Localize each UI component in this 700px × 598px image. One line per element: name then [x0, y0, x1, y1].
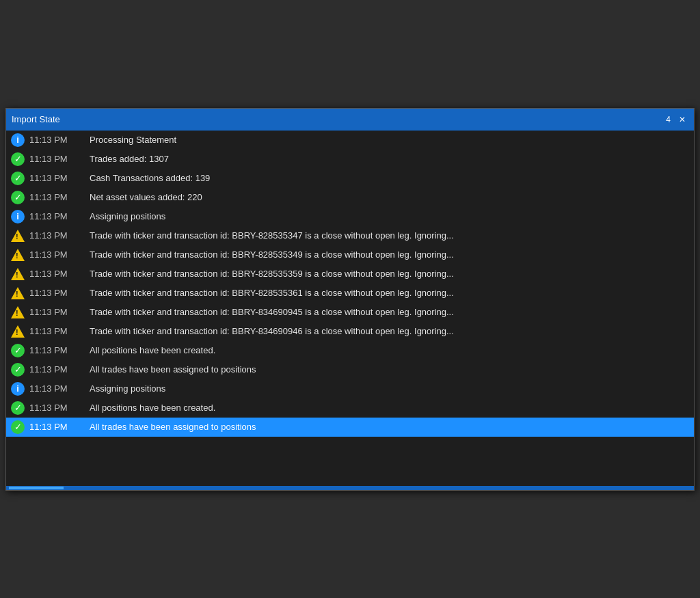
log-row[interactable]: 11:13 PM Trade with ticker and transacti…	[6, 284, 694, 303]
bottom-bar	[6, 486, 694, 490]
log-message: Net asset values added: 220	[90, 192, 202, 202]
success-icon: ✓	[10, 343, 25, 358]
info-icon: i	[10, 381, 25, 396]
title-bar: Import State 4 ✕	[6, 109, 694, 131]
log-message: Assigning positions	[90, 211, 165, 221]
info-icon: i	[10, 209, 25, 224]
log-timestamp: 11:13 PM	[29, 345, 84, 355]
log-timestamp: 11:13 PM	[29, 192, 84, 202]
log-timestamp: 11:13 PM	[29, 173, 84, 183]
log-row[interactable]: ✓ 11:13 PM All positions have been creat…	[6, 341, 694, 360]
success-icon: ✓	[10, 420, 25, 435]
warning-icon	[10, 228, 25, 243]
log-timestamp: 11:13 PM	[29, 135, 84, 145]
log-row[interactable]: 11:13 PM Trade with ticker and transacti…	[6, 264, 694, 284]
log-message: Assigning positions	[90, 383, 165, 394]
log-message: Trade with ticker and transaction id: BB…	[90, 269, 454, 279]
log-row[interactable]: 11:13 PM Trade with ticker and transacti…	[6, 245, 694, 264]
warning-icon	[10, 247, 25, 262]
log-row[interactable]: i 11:13 PM Assigning positions	[6, 207, 694, 226]
info-icon: i	[10, 133, 25, 148]
log-message: Trade with ticker and transaction id: BB…	[90, 326, 454, 336]
log-timestamp: 11:13 PM	[29, 383, 84, 394]
log-timestamp: 11:13 PM	[29, 288, 84, 298]
log-timestamp: 11:13 PM	[29, 403, 84, 413]
log-timestamp: 11:13 PM	[29, 249, 84, 260]
log-message: Cash Transactions added: 139	[90, 173, 210, 183]
log-row[interactable]: 11:13 PM Trade with ticker and transacti…	[6, 226, 694, 245]
warning-icon	[10, 305, 25, 320]
log-message: All positions have been created.	[90, 345, 215, 355]
log-row[interactable]: i 11:13 PM Processing Statement	[6, 131, 694, 150]
log-row[interactable]: i 11:13 PM Assigning positions	[6, 379, 694, 398]
log-message: Trades added: 1307	[90, 154, 169, 164]
title-bar-controls: 4 ✕	[663, 114, 688, 125]
window-title: Import State	[12, 114, 60, 124]
success-icon: ✓	[10, 171, 25, 186]
warning-icon	[10, 267, 25, 282]
log-row[interactable]: 11:13 PM Trade with ticker and transacti…	[6, 322, 694, 341]
log-timestamp: 11:13 PM	[29, 269, 84, 279]
log-list: i 11:13 PM Processing Statement ✓ 11:13 …	[6, 131, 694, 486]
log-message: All positions have been created.	[90, 403, 215, 413]
log-row[interactable]: ✓ 11:13 PM All trades have been assigned…	[6, 418, 694, 437]
log-timestamp: 11:13 PM	[29, 211, 84, 221]
log-row[interactable]: ✓ 11:13 PM Net asset values added: 220	[6, 188, 694, 207]
log-message: Processing Statement	[90, 135, 176, 145]
log-timestamp: 11:13 PM	[29, 230, 84, 241]
bottom-indicator	[9, 487, 64, 489]
log-row[interactable]: ✓ 11:13 PM All trades have been assigned…	[6, 360, 694, 379]
log-row[interactable]: 11:13 PM Trade with ticker and transacti…	[6, 303, 694, 322]
log-message: All trades have been assigned to positio…	[90, 422, 256, 432]
log-timestamp: 11:13 PM	[29, 326, 84, 336]
warning-icon	[10, 324, 25, 339]
success-icon: ✓	[10, 152, 25, 167]
close-button[interactable]: ✕	[676, 114, 688, 125]
log-message: Trade with ticker and transaction id: BB…	[90, 307, 454, 317]
log-row[interactable]: ✓ 11:13 PM Trades added: 1307	[6, 150, 694, 169]
log-message: Trade with ticker and transaction id: BB…	[90, 230, 454, 241]
log-timestamp: 11:13 PM	[29, 307, 84, 317]
import-state-window: Import State 4 ✕ i 11:13 PM Processing S…	[5, 108, 695, 491]
pin-button[interactable]: 4	[663, 114, 673, 125]
log-message: Trade with ticker and transaction id: BB…	[90, 249, 454, 260]
log-timestamp: 11:13 PM	[29, 422, 84, 432]
warning-icon	[10, 286, 25, 301]
log-timestamp: 11:13 PM	[29, 154, 84, 164]
success-icon: ✓	[10, 400, 25, 416]
log-message: All trades have been assigned to positio…	[90, 364, 256, 375]
log-timestamp: 11:13 PM	[29, 364, 84, 375]
log-message: Trade with ticker and transaction id: BB…	[90, 288, 454, 298]
log-row[interactable]: ✓ 11:13 PM All positions have been creat…	[6, 398, 694, 418]
success-icon: ✓	[10, 190, 25, 205]
success-icon: ✓	[10, 362, 25, 377]
log-row[interactable]: ✓ 11:13 PM Cash Transactions added: 139	[6, 169, 694, 188]
